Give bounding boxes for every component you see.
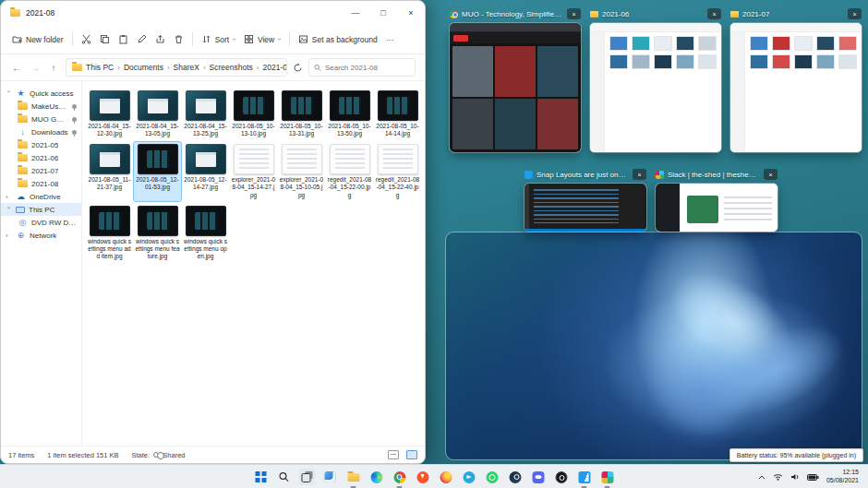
taskview-window-thumbnail[interactable] <box>590 23 721 152</box>
search-box[interactable] <box>308 58 416 77</box>
large-icons-view-button[interactable] <box>406 450 417 459</box>
taskbar-whatsapp[interactable] <box>484 469 500 485</box>
taskbar-telegram[interactable] <box>461 469 477 485</box>
task-view-button[interactable] <box>299 469 316 485</box>
file-item[interactable]: 2021-08-05_10-13-50.jpg <box>326 89 373 139</box>
taskbar-clock[interactable]: 12:15 05/08/2021 <box>826 469 859 485</box>
sidebar-item-dvd-drive[interactable]: ◎ DVD RW Drive (D:) A <box>1 216 81 229</box>
sidebar-item-this-pc[interactable]: › This PC <box>1 203 81 216</box>
chevron-right-icon[interactable]: › <box>6 193 12 201</box>
start-button[interactable] <box>253 469 270 485</box>
taskview-window-thumbnail[interactable] <box>656 184 778 232</box>
chevron-right-icon[interactable]: › <box>6 232 12 240</box>
file-item[interactable]: 2021-08-04_15-13-05.jpg <box>134 89 181 139</box>
breadcrumb-item[interactable]: Screenshots <box>208 63 255 72</box>
file-item[interactable]: 2021-08-05_10-14-14.jpg <box>374 89 421 139</box>
up-button[interactable]: ↑ <box>47 63 60 73</box>
file-item[interactable]: regedit_2021-08-04_15-22-00.jpg <box>326 142 373 200</box>
taskbar-steam[interactable] <box>507 469 524 485</box>
sidebar-item-2021-06[interactable]: 2021-06 <box>1 151 81 164</box>
taskview-window-thumbnail[interactable] <box>450 23 581 152</box>
details-view-button[interactable] <box>388 450 399 459</box>
taskbar-obs[interactable] <box>553 469 570 485</box>
taskbar-discord[interactable] <box>530 469 547 485</box>
sidebar-item-2021-08[interactable]: 2021-08 <box>1 177 81 190</box>
set-as-background-button[interactable]: Set as background <box>298 34 378 44</box>
sidebar-item-network[interactable]: › ⊕ Network <box>1 229 81 242</box>
widgets-button[interactable] <box>322 469 339 485</box>
rename-button[interactable] <box>137 34 147 44</box>
volume-tray-button[interactable] <box>790 473 800 481</box>
sidebar-item-downloads[interactable]: ↓ Downloads <box>1 125 81 138</box>
file-item[interactable]: 2021-08-05_10-13-31.jpg <box>278 89 325 139</box>
sidebar-item-2021-07[interactable]: 2021-07 <box>1 164 81 177</box>
taskview-window-slack[interactable]: Slack | the-shed | theshed place × <box>656 168 778 232</box>
close-button[interactable]: × <box>397 1 425 25</box>
network-tray-button[interactable] <box>773 473 783 481</box>
minimize-button[interactable]: — <box>342 1 369 25</box>
file-item[interactable]: windows quick settings menu add item.jpg <box>86 204 133 262</box>
file-item[interactable]: 2021-08-05_10-13-10.jpg <box>230 89 277 139</box>
sidebar-item-muo-gd-screen[interactable]: MUO GD Screen <box>1 113 81 125</box>
breadcrumb-item[interactable]: ShareX <box>172 63 201 72</box>
sort-button[interactable]: Sort › <box>201 34 235 44</box>
battery-tray-button[interactable] <box>807 474 819 481</box>
taskbar-vscode[interactable] <box>576 469 593 485</box>
file-item[interactable]: 2021-08-05_12-01-53.jpg <box>134 142 181 200</box>
close-window-button[interactable]: × <box>633 169 646 180</box>
sidebar-item-onedrive[interactable]: › ☁ OneDrive <box>1 190 81 203</box>
taskview-window-explorer-2021-06[interactable]: 2021-06 × <box>590 7 721 152</box>
breadcrumb-item[interactable]: 2021-08 <box>261 63 287 72</box>
sidebar-item-makeuseof[interactable]: MakeUseOf <box>1 100 81 113</box>
share-button[interactable] <box>155 34 165 44</box>
search-button[interactable] <box>276 469 293 485</box>
breadcrumb-item[interactable]: Documents <box>122 63 165 72</box>
file-item[interactable]: 2021-08-04_15-12-30.jpg <box>86 89 133 139</box>
chevron-down-icon[interactable]: › <box>5 90 13 97</box>
file-item[interactable]: explorer_2021-08-04_15-14-27.jpg <box>230 142 277 200</box>
file-item[interactable]: windows quick settings menu feature.jpg <box>134 204 181 262</box>
delete-button[interactable] <box>174 34 184 44</box>
taskview-window-thumbnail[interactable] <box>730 23 862 152</box>
view-button[interactable]: View › <box>244 34 281 44</box>
breadcrumb-item[interactable]: This PC <box>84 63 115 72</box>
taskview-window-explorer-2021-07[interactable]: 2021-07 × <box>730 7 862 152</box>
close-window-button[interactable]: × <box>764 169 778 180</box>
taskbar-slack[interactable] <box>599 469 616 485</box>
file-item[interactable]: 2021-08-04_15-13-25.jpg <box>182 89 229 139</box>
taskbar-brave[interactable] <box>415 469 431 485</box>
file-item[interactable]: regedit_2021-08-04_15-22-40.jpg <box>374 142 421 200</box>
taskview-window-vscode[interactable]: Snap Layouts are just one of... × <box>524 168 646 232</box>
close-window-button[interactable]: × <box>848 8 862 19</box>
close-window-button[interactable]: × <box>567 8 581 19</box>
refresh-button[interactable] <box>293 63 303 73</box>
paste-button[interactable] <box>118 34 128 44</box>
back-button[interactable]: ← <box>10 63 23 73</box>
taskview-window-thumbnail[interactable] <box>524 184 646 232</box>
hidden-icons-button[interactable] <box>758 475 766 480</box>
cut-button[interactable] <box>81 34 91 44</box>
desktop[interactable] <box>446 232 862 459</box>
taskview-window-chrome-muo[interactable]: MUO - Technology, Simplified. - Goog... … <box>450 7 581 152</box>
breadcrumb[interactable]: This PC › Documents › ShareX › Screensho… <box>66 58 287 77</box>
title-bar[interactable]: 2021-08 — □ × <box>1 1 425 25</box>
sidebar-item-quick-access[interactable]: › ★ Quick access <box>1 87 81 100</box>
sidebar-item-label: 2021-08 <box>31 180 58 188</box>
file-item[interactable]: 2021-08-05_11-21-37.jpg <box>86 142 133 200</box>
taskbar-file-explorer[interactable] <box>345 469 362 485</box>
close-window-button[interactable]: × <box>707 8 721 19</box>
search-input[interactable] <box>325 64 410 72</box>
taskbar-chrome[interactable] <box>392 469 408 485</box>
chevron-down-icon[interactable]: › <box>5 207 13 213</box>
taskbar-edge[interactable] <box>368 469 385 485</box>
file-item[interactable]: explorer_2021-08-04_15-10-05.jpg <box>278 142 325 200</box>
new-folder-button[interactable]: New folder <box>12 34 64 44</box>
file-item[interactable]: 2021-08-05_12-14-27.jpg <box>182 142 229 200</box>
forward-button[interactable]: → <box>29 63 42 73</box>
sidebar-item-2021-05[interactable]: 2021-05 <box>1 138 81 151</box>
copy-button[interactable] <box>100 34 110 44</box>
taskbar-firefox[interactable] <box>438 469 454 485</box>
file-item[interactable]: windows quick settings menu open.jpg <box>182 204 229 262</box>
maximize-button[interactable]: □ <box>369 1 397 25</box>
more-options-button[interactable]: ··· <box>386 35 394 44</box>
